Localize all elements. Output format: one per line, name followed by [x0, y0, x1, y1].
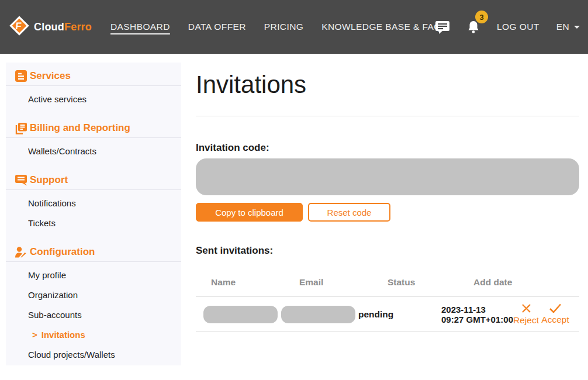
sidebar-item-organization[interactable]: Organization: [28, 290, 181, 300]
sidebar-section-title: Billing and Reporting: [30, 122, 130, 134]
sidebar-item-active-services[interactable]: Active services: [28, 94, 181, 104]
accept-invitation-button[interactable]: Accept: [539, 303, 572, 325]
column-header-name: Name: [196, 277, 281, 288]
sidebar-item-label: Invitations: [41, 330, 85, 340]
sidebar-item-notifications[interactable]: Notifications: [28, 198, 181, 208]
top-navbar: F CloudFerro DASHBOARD DATA OFFER PRICIN…: [0, 0, 588, 54]
accept-label: Accept: [541, 315, 569, 325]
code-actions: Copy to clipboard Reset code: [196, 203, 579, 222]
page-title: Invitations: [196, 71, 579, 99]
sent-invitations-table: Name Email Status Add date pending 2023-…: [196, 268, 579, 332]
sidebar-item-tickets[interactable]: Tickets: [28, 218, 181, 228]
notifications-count-badge: 3: [475, 11, 488, 23]
sidebar-section-title: Services: [30, 70, 71, 82]
nav-item-pricing[interactable]: PRICING: [264, 22, 303, 32]
logout-button[interactable]: LOG OUT: [497, 22, 539, 32]
sidebar-item-cloud-projects-wallets[interactable]: Cloud projects/Wallets: [28, 350, 181, 360]
table-header-row: Name Email Status Add date: [196, 268, 579, 297]
user-edit-icon: [15, 246, 27, 258]
svg-text:F: F: [15, 20, 22, 32]
language-code: EN: [556, 22, 569, 32]
divider: [6, 261, 181, 262]
add-date-date: 2023-11-13: [441, 305, 510, 315]
column-header-status: Status: [358, 277, 421, 288]
invitee-email-cell: [281, 306, 358, 323]
status-badge: pending: [358, 309, 421, 320]
cloudferro-logo[interactable]: F CloudFerro: [8, 15, 92, 39]
invitation-code-label: Invitation code:: [196, 142, 579, 154]
support-chat-icon: [15, 174, 27, 186]
invitee-name-cell: [196, 306, 281, 323]
sidebar-section-title: Configuration: [30, 246, 95, 258]
add-date-time: 09:27 GMT+01:00: [441, 315, 510, 324]
divider: [6, 85, 181, 86]
x-icon: [521, 303, 531, 313]
nav-item-knowledge-base[interactable]: KNOWLEDGE BASE & FAQ: [321, 22, 441, 32]
chat-bubble-icon[interactable]: [435, 20, 450, 34]
sidebar-section-title: Support: [30, 174, 68, 186]
invitation-code-redacted: [196, 158, 579, 195]
services-list-icon: [15, 70, 27, 82]
name-redacted-pill: [203, 306, 278, 323]
reset-code-button[interactable]: Reset code: [308, 203, 390, 222]
navbar-right-group: 3 LOG OUT EN: [435, 0, 580, 54]
sidebar: Services Active services Billing and Rep…: [6, 63, 181, 365]
nav-item-data-offer[interactable]: DATA OFFER: [188, 22, 246, 32]
divider: [6, 189, 181, 190]
sent-invitations-label: Sent invitations:: [196, 245, 579, 257]
check-icon: [549, 303, 562, 313]
sidebar-item-wallets-contracts[interactable]: Wallets/Contracts: [28, 146, 181, 156]
add-date-cell: 2023-11-13 09:27 GMT+01:00: [421, 305, 510, 324]
sidebar-section-services: Services: [15, 70, 181, 82]
cloudferro-diamond-logo: F: [8, 15, 30, 39]
billing-documents-icon: [15, 122, 27, 134]
chevron-down-icon: [574, 26, 580, 29]
reject-invitation-button[interactable]: Reject: [510, 303, 542, 326]
divider: [196, 116, 579, 116]
sidebar-item-my-profile[interactable]: My profile: [28, 270, 181, 280]
reject-label: Reject: [513, 315, 539, 326]
table-row: pending 2023-11-13 09:27 GMT+01:00 Rejec…: [196, 297, 579, 332]
copy-to-clipboard-button[interactable]: Copy to clipboard: [196, 203, 303, 222]
sidebar-section-billing: Billing and Reporting: [15, 122, 181, 134]
divider: [6, 137, 181, 138]
column-header-add-date: Add date: [421, 277, 510, 288]
main-content: Invitations Invitation code: Copy to cli…: [196, 63, 579, 332]
column-header-email: Email: [281, 277, 358, 288]
sidebar-item-invitations[interactable]: >Invitations: [32, 330, 181, 340]
logo-text: CloudFerro: [34, 21, 92, 33]
main-nav-menu: DASHBOARD DATA OFFER PRICING KNOWLEDGE B…: [110, 22, 441, 32]
email-redacted-pill: [281, 306, 355, 323]
bell-icon[interactable]: 3: [467, 20, 480, 34]
language-selector[interactable]: EN: [556, 22, 580, 32]
chevron-right-icon: >: [32, 330, 37, 340]
sidebar-item-sub-accounts[interactable]: Sub-accounts: [28, 310, 181, 320]
sidebar-section-support: Support: [15, 174, 181, 186]
nav-item-dashboard[interactable]: DASHBOARD: [110, 22, 170, 32]
sidebar-section-configuration: Configuration: [15, 246, 181, 258]
